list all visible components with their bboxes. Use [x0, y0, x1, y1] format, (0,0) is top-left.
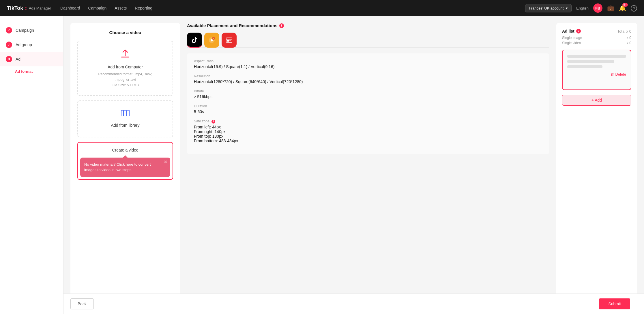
- add-library-title: Add from library: [83, 123, 168, 128]
- logo-dot: :: [25, 4, 27, 12]
- resolution-value: Horizontal(1280*720) / Square(640*640) /…: [194, 79, 542, 84]
- placement-info-icon[interactable]: i: [279, 23, 284, 28]
- resolution-label: Resolution: [194, 74, 542, 78]
- chevron-down-icon: ▾: [566, 6, 568, 10]
- notification-icon[interactable]: 🔔 9+: [619, 5, 626, 12]
- delete-button[interactable]: 🗑 Delete: [610, 72, 626, 76]
- placement-panel-title: Available Placement and Recommendations …: [187, 23, 549, 28]
- video-panel: Choose a video Add from Computer Recomme…: [70, 23, 180, 307]
- sidebar-item-adgroup[interactable]: ✓ Ad group: [0, 38, 63, 52]
- nav-assets[interactable]: Assets: [115, 5, 127, 12]
- safe-zone-right: From right: 140px: [194, 129, 542, 134]
- ad-list-header: Ad list i Total x 0: [562, 29, 631, 33]
- sidebar-item-label-adgroup: Ad group: [16, 42, 32, 47]
- svg-rect-10: [227, 40, 229, 42]
- duration-label: Duration: [194, 104, 542, 108]
- add-computer-hint: Recommended format: .mp4, .mov, .mpeg, o…: [83, 72, 168, 88]
- safe-zone-label: Safe zone i: [194, 119, 542, 124]
- nav-reporting[interactable]: Reporting: [135, 5, 152, 12]
- spec-safe-zone: Safe zone i From left: 44px From right: …: [194, 119, 542, 143]
- ad-preview-card: 🗑 Delete: [562, 50, 631, 90]
- adlist-info-icon[interactable]: i: [576, 29, 581, 33]
- ad-list-title: Ad list i: [562, 29, 581, 33]
- single-video-label: Single video: [562, 41, 581, 45]
- single-image-count-row: Single image x 0: [562, 36, 631, 40]
- help-icon[interactable]: ?: [631, 5, 637, 12]
- spec-resolution: Resolution Horizontal(1280*720) / Square…: [194, 74, 542, 84]
- account-name: Frances' UK account: [529, 6, 564, 10]
- single-video-count: x 0: [627, 41, 631, 45]
- svg-rect-4: [127, 110, 129, 116]
- sidebar-sub-adformat[interactable]: Ad format: [0, 66, 63, 76]
- add-computer-title: Add from Computer: [83, 65, 168, 69]
- add-from-computer-card[interactable]: Add from Computer Recommended format: .m…: [77, 41, 173, 96]
- preview-line-2: [567, 60, 614, 63]
- sidebar: ✓ Campaign ✓ Ad group 3 Ad Ad format: [0, 16, 63, 314]
- add-from-library-card[interactable]: Add from library: [77, 100, 173, 137]
- ad-list-total: Total x 0: [617, 29, 631, 33]
- nav-campaign[interactable]: Campaign: [88, 5, 107, 12]
- nav-links: Dashboard Campaign Assets Reporting: [60, 5, 516, 12]
- aspect-ratio-value: Horizontal(16:9) / Square(1:1) / Vertica…: [194, 64, 542, 69]
- single-video-count-row: Single video x 0: [562, 41, 631, 45]
- logo-subtitle: Ads Manager: [29, 6, 51, 10]
- upload-icon: [83, 48, 168, 62]
- svg-text:!: !: [213, 37, 214, 40]
- create-video-card: Create a video No video material? Click …: [77, 142, 173, 180]
- logo: TikTok: Ads Manager: [7, 4, 51, 12]
- safe-zone-bottom: From bottom: 483-484px: [194, 139, 542, 143]
- aspect-ratio-label: Aspect Ratio: [194, 59, 542, 63]
- ad-number-icon: 3: [6, 56, 12, 62]
- sidebar-item-label-ad: Ad: [16, 57, 20, 61]
- submit-button[interactable]: Submit: [599, 298, 630, 309]
- trash-icon: 🗑: [610, 72, 614, 76]
- preview-line-3: [567, 65, 602, 68]
- main-content: Choose a video Add from Computer Recomme…: [63, 16, 644, 314]
- account-selector[interactable]: Frances' UK account ▾: [525, 4, 572, 12]
- duration-value: 5-60s: [194, 109, 542, 114]
- single-image-count: x 0: [627, 36, 631, 40]
- safe-zone-top: From top: 130px: [194, 134, 542, 139]
- preview-line-1: [567, 55, 626, 58]
- sidebar-item-ad[interactable]: 3 Ad: [0, 52, 63, 66]
- spec-duration: Duration 5-60s: [194, 104, 542, 114]
- bottom-actions: Back Submit: [63, 294, 644, 314]
- adgroup-check-icon: ✓: [6, 42, 12, 48]
- video-panel-title: Choose a video: [77, 30, 173, 35]
- tab-buzzvideo[interactable]: !: [204, 33, 219, 48]
- tab-topbuzz[interactable]: [222, 33, 237, 48]
- bitrate-value: ≥ 516kbps: [194, 94, 542, 99]
- tab-tiktok[interactable]: [187, 33, 202, 48]
- platform-tabs: !: [187, 33, 549, 48]
- add-ad-button[interactable]: + Add: [562, 95, 631, 106]
- main-layout: ✓ Campaign ✓ Ad group 3 Ad Ad format Cho…: [0, 16, 644, 314]
- nav-right: Frances' UK account ▾ English FB 💼 🔔 9+ …: [525, 3, 637, 13]
- svg-rect-3: [124, 110, 126, 116]
- sidebar-item-campaign[interactable]: ✓ Campaign: [0, 23, 63, 38]
- spec-aspect-ratio: Aspect Ratio Horizontal(16:9) / Square(1…: [194, 59, 542, 69]
- library-icon: [83, 108, 168, 121]
- single-image-label: Single image: [562, 36, 582, 40]
- ad-list-panel: Ad list i Total x 0 Single image x 0 Sin…: [556, 23, 637, 307]
- briefcase-icon[interactable]: 💼: [607, 5, 614, 12]
- notification-badge: 9+: [622, 3, 628, 7]
- avatar[interactable]: FB: [593, 3, 602, 13]
- buzz-platform-icon: !: [204, 33, 219, 48]
- safe-zone-info-icon[interactable]: i: [211, 120, 215, 124]
- nav-dashboard[interactable]: Dashboard: [60, 5, 80, 12]
- placement-panel: Available Placement and Recommendations …: [180, 23, 556, 307]
- back-button[interactable]: Back: [70, 298, 94, 309]
- language-button[interactable]: English: [576, 6, 589, 10]
- tooltip-arrow-icon: [123, 155, 128, 158]
- news-platform-icon: [222, 33, 237, 48]
- specs-card: Aspect Ratio Horizontal(16:9) / Square(1…: [187, 53, 549, 154]
- spec-bitrate: Bitrate ≥ 516kbps: [194, 89, 542, 99]
- logo-tiktok-text: TikTok: [7, 5, 23, 11]
- sidebar-item-label-campaign: Campaign: [16, 28, 34, 33]
- ad-preview-delete-area: 🗑 Delete: [567, 72, 626, 77]
- tooltip-close-icon[interactable]: ✕: [164, 160, 167, 165]
- tooltip-popup: No video material? Click here to convert…: [80, 158, 170, 177]
- bitrate-label: Bitrate: [194, 89, 542, 93]
- tooltip-text: No video material? Click here to convert…: [84, 162, 151, 172]
- top-navigation: TikTok: Ads Manager Dashboard Campaign A…: [0, 0, 644, 16]
